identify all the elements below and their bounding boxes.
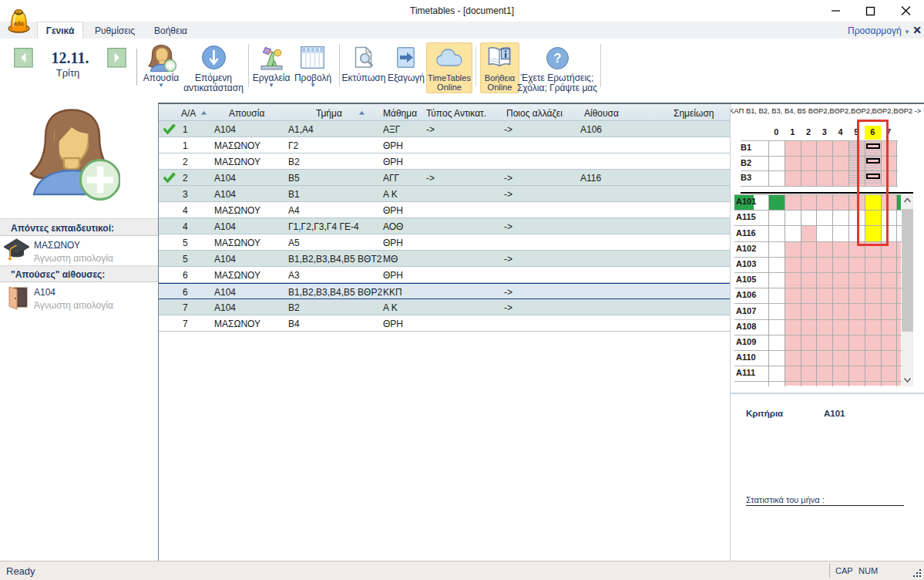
svg-text:aSc: aSc <box>14 20 25 27</box>
svg-text:?: ? <box>554 52 562 65</box>
